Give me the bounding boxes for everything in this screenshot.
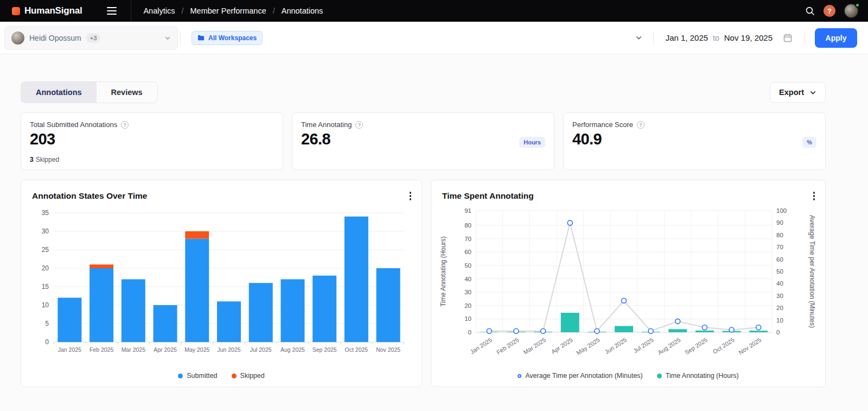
breadcrumb-analytics[interactable]: Analytics [143,7,175,15]
svg-text:May 2025: May 2025 [184,346,209,353]
legend-item-skipped[interactable]: Skipped [232,372,265,380]
svg-text:Nov 2025: Nov 2025 [737,337,762,356]
member-avatar [11,31,24,45]
svg-text:Oct 2025: Oct 2025 [712,337,736,355]
svg-text:20: 20 [776,305,783,311]
svg-text:70: 70 [464,236,471,242]
svg-text:0: 0 [468,329,471,336]
stat-card-time-annotating: Time Annotating ? 26.8 Hours [292,112,554,170]
svg-text:10: 10 [464,315,471,322]
svg-text:20: 20 [42,264,49,272]
unit-badge: % [802,137,816,148]
legend-label: Submitted [187,372,217,380]
svg-text:0: 0 [45,338,49,346]
chevron-down-icon [164,35,171,41]
help-icon[interactable]: ? [637,121,644,129]
svg-text:10: 10 [42,301,49,309]
online-status-dot [855,3,860,8]
svg-text:Jun 2025: Jun 2025 [604,337,628,356]
svg-text:35: 35 [42,209,49,217]
topbar-right-cluster: ? [805,4,868,18]
svg-text:May 2025: May 2025 [575,337,601,356]
legend-item-submitted[interactable]: Submitted [178,372,217,380]
legend-item-avg-time[interactable]: Average Time per Annotation (Minutes) [518,372,643,380]
stat-value: 26.8 [301,130,545,148]
workspace-chip-label: All Workspaces [208,34,257,42]
tab-reviews[interactable]: Reviews [97,82,157,103]
svg-text:Jul 2025: Jul 2025 [632,337,654,355]
svg-text:20: 20 [464,302,471,309]
brand[interactable]: HumanSignal [0,5,82,16]
stats-row: Total Submitted Annotations ? 203 3Skipp… [21,112,826,170]
skipped-legend-dot [232,374,237,378]
workspace-select[interactable]: All Workspaces [183,22,651,54]
stat-title: Total Submitted Annotations [30,121,117,129]
annotation-states-chart: 05101520253035Jan 2025Feb 2025Mar 2025Ap… [29,205,412,369]
search-button[interactable] [805,6,815,16]
stat-value: 203 [30,130,274,148]
svg-text:Mar 2025: Mar 2025 [122,346,146,353]
apply-button[interactable]: Apply [815,28,857,48]
stat-card-total-submitted: Total Submitted Annotations ? 203 3Skipp… [21,112,283,170]
help-icon[interactable]: ? [355,121,363,129]
user-menu-button[interactable] [844,4,858,18]
menu-button[interactable] [105,5,119,17]
humansignal-logo-icon [12,7,20,15]
svg-text:Jul 2025: Jul 2025 [250,346,272,353]
svg-text:Apr 2025: Apr 2025 [154,346,177,353]
time-spent-chart: 0102030405060708091010203040506070809010… [437,203,816,370]
chart-legend: Average Time per Annotation (Minutes) Ti… [431,372,825,380]
controls-row: Annotations Reviews Export [21,81,826,103]
svg-text:60: 60 [776,256,783,263]
chevron-down-icon [635,34,642,41]
stat-title: Time Annotating [301,121,352,129]
svg-text:Jun 2025: Jun 2025 [217,346,240,353]
kebab-menu-button[interactable] [407,189,414,203]
main-content: Annotations Reviews Export Total Submitt… [21,81,826,387]
svg-text:30: 30 [42,227,49,235]
breadcrumb-member-performance[interactable]: Member Performance [190,7,266,15]
breadcrumb-annotations[interactable]: Annotations [282,7,323,15]
member-name: Heidi Opossum [29,34,81,42]
legend-item-time-annotating[interactable]: Time Annotating (Hours) [657,372,739,380]
legend-label: Skipped [240,372,265,380]
svg-text:50: 50 [464,262,471,269]
svg-text:40: 40 [464,276,471,282]
workspace-folder-icon [197,34,205,41]
svg-text:Oct 2025: Oct 2025 [345,346,368,353]
annotation-states-chart-card: Annotation States Over Time 051015202530… [21,180,422,387]
workspace-chip[interactable]: All Workspaces [192,31,263,45]
date-range-picker[interactable]: Jan 1, 2025 to Nov 19, 2025 [656,22,802,54]
svg-text:0: 0 [776,329,780,336]
svg-text:Sep 2025: Sep 2025 [312,346,337,353]
export-button-label: Export [779,88,804,97]
svg-text:40: 40 [776,280,783,287]
svg-text:Feb 2025: Feb 2025 [495,337,520,356]
date-from: Jan 1, 2025 [666,33,708,42]
export-button[interactable]: Export [770,82,826,103]
help-button[interactable]: ? [824,5,835,17]
filter-divider [805,31,805,45]
breadcrumb: Analytics / Member Performance / Annotat… [131,7,323,15]
filter-divider [653,31,654,45]
avg-time-legend-ring [518,374,521,378]
svg-text:80: 80 [464,222,471,229]
time-annotating-legend-dot [657,374,662,378]
question-mark-icon: ? [827,7,832,15]
svg-text:Nov 2025: Nov 2025 [376,346,400,353]
unit-badge: Hours [519,137,545,148]
search-icon [805,6,815,16]
help-icon[interactable]: ? [121,121,129,129]
tab-annotations[interactable]: Annotations [21,82,97,103]
skipped-count: 3 [30,156,34,163]
date-to: Nov 19, 2025 [724,33,773,42]
svg-text:Aug 2025: Aug 2025 [280,346,305,353]
kebab-menu-button[interactable] [810,189,818,203]
stat-sub: 3Skipped [30,156,59,163]
chart-legend: Submitted Skipped [21,372,422,380]
svg-text:Aug 2025: Aug 2025 [656,337,681,356]
svg-text:90: 90 [776,219,783,226]
filter-bar: Heidi Opossum +3 All Workspaces Jan 1, 2… [0,22,868,54]
member-select[interactable]: Heidi Opossum +3 [4,26,178,50]
svg-text:100: 100 [776,207,787,214]
